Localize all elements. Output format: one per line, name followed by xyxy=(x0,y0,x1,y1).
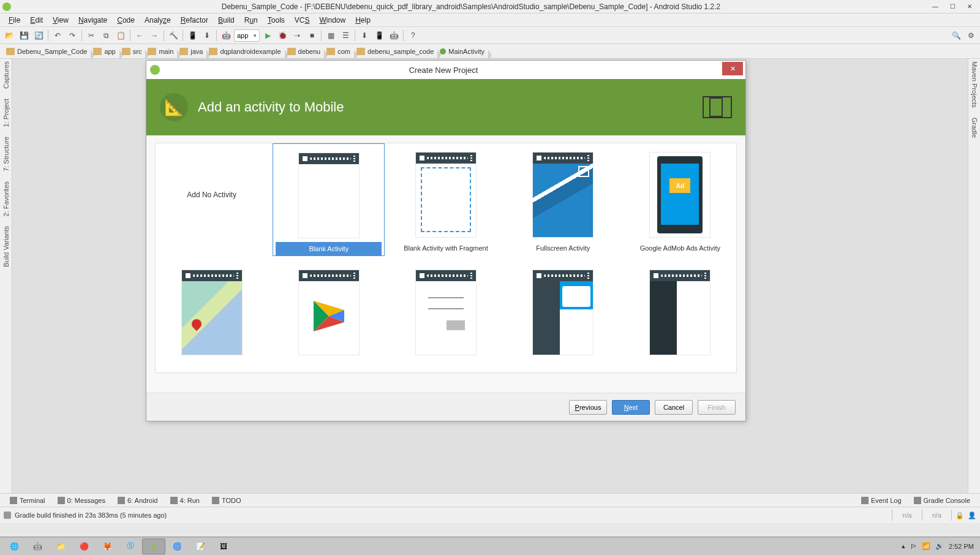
taskbar-android-studio-icon[interactable]: ◆ xyxy=(142,538,165,554)
copy-icon[interactable]: ⧉ xyxy=(99,29,113,42)
back-icon[interactable]: ← xyxy=(133,29,146,42)
structure-icon[interactable]: ☰ xyxy=(339,29,352,42)
template-blank-activity-with-fragment[interactable]: Blank Activity with Fragment xyxy=(390,143,502,256)
attach-icon[interactable]: ⇢ xyxy=(290,29,304,42)
help-icon[interactable]: ? xyxy=(406,29,420,42)
taskbar-notes-icon[interactable]: 📝 xyxy=(189,538,212,554)
tool-event-log[interactable]: Event Log xyxy=(855,497,908,504)
previous-button[interactable]: Previous xyxy=(569,400,607,415)
cut-icon[interactable]: ✂ xyxy=(85,29,98,42)
search-icon[interactable]: 🔍 xyxy=(949,29,963,42)
breadcrumb-app[interactable]: app xyxy=(91,48,119,55)
maximize-button[interactable]: ☐ xyxy=(944,1,960,12)
avd-icon[interactable]: 📱 xyxy=(186,29,199,42)
taskbar-app1-icon[interactable]: 🌀 xyxy=(165,538,189,554)
breadcrumb-java[interactable]: java xyxy=(177,48,206,55)
stop-icon[interactable]: ■ xyxy=(305,29,318,42)
right-rail-maven-projects[interactable]: Maven Projects xyxy=(971,61,978,108)
menu-file[interactable]: File xyxy=(4,15,25,26)
sdk2-icon[interactable]: ⬇ xyxy=(358,29,371,42)
monitor-icon[interactable]: 🤖 xyxy=(387,29,401,42)
menu-refactor[interactable]: Refactor xyxy=(176,15,213,26)
menu-vcs[interactable]: VCS xyxy=(290,15,315,26)
tool-todo[interactable]: TODO xyxy=(206,497,247,504)
template-fullscreen-activity[interactable]: Fullscreen Activity xyxy=(507,143,619,256)
taskbar-firefox-icon[interactable]: 🦊 xyxy=(96,538,119,554)
android-icon[interactable]: 🤖 xyxy=(219,29,233,42)
undo-icon[interactable]: ↶ xyxy=(51,29,64,42)
paste-icon[interactable]: 📋 xyxy=(114,29,127,42)
dialog-header: 📐 Add an activity to Mobile xyxy=(146,79,745,135)
minimize-button[interactable]: — xyxy=(927,1,943,12)
dialog-close-button[interactable]: ✕ xyxy=(722,62,743,75)
breadcrumb-debenu[interactable]: debenu xyxy=(285,48,325,55)
tray-time[interactable]: 2:52 PM xyxy=(949,543,974,550)
menu-window[interactable]: Window xyxy=(314,15,350,26)
template-nav[interactable] xyxy=(624,261,736,372)
open-icon[interactable]: 📂 xyxy=(2,29,16,42)
run-icon[interactable]: ▶ xyxy=(261,29,274,42)
cancel-button[interactable]: Cancel xyxy=(655,400,693,415)
breadcrumb-main[interactable]: main xyxy=(145,48,177,55)
right-rail-gradle[interactable]: Gradle xyxy=(971,118,978,138)
menu-tools[interactable]: Tools xyxy=(263,15,290,26)
sdk-icon[interactable]: ⬇ xyxy=(200,29,214,42)
redo-icon[interactable]: ↷ xyxy=(66,29,79,42)
sync-icon[interactable]: 🔄 xyxy=(32,29,45,42)
taskbar-android-icon[interactable]: 🤖 xyxy=(26,538,49,554)
left-rail-captures[interactable]: Captures xyxy=(2,61,10,89)
make-icon[interactable]: 🔨 xyxy=(167,29,180,42)
hector-icon[interactable]: 👤 xyxy=(968,512,976,519)
menu-run[interactable]: Run xyxy=(239,15,263,26)
taskbar-ie-icon[interactable]: 🌐 xyxy=(2,538,26,554)
close-button[interactable]: ✕ xyxy=(962,1,978,12)
breadcrumb-debenu_sample_code[interactable]: Debenu_Sample_Code xyxy=(4,48,91,55)
left-rail-build-variants[interactable]: Build Variants xyxy=(2,226,10,267)
template-map[interactable] xyxy=(156,261,268,372)
menu-view[interactable]: View xyxy=(48,15,74,26)
template-play[interactable] xyxy=(273,261,385,372)
tray-network-icon[interactable]: 📶 xyxy=(922,542,930,550)
next-button[interactable]: Next xyxy=(612,400,650,415)
breadcrumb-dqplandroidexample[interactable]: dqplandroidexample xyxy=(206,48,284,55)
template-login[interactable] xyxy=(390,261,502,372)
template-blank-activity[interactable]: Blank Activity xyxy=(273,143,385,256)
avd2-icon[interactable]: 📱 xyxy=(372,29,386,42)
menu-build[interactable]: Build xyxy=(213,15,239,26)
tool-6--android[interactable]: 6: Android xyxy=(111,497,164,504)
taskbar-app2-icon[interactable]: 🖼 xyxy=(212,538,235,554)
tool-terminal[interactable]: Terminal xyxy=(4,497,51,504)
taskbar-skype-icon[interactable]: Ⓢ xyxy=(119,538,142,554)
tray-volume-icon[interactable]: 🔊 xyxy=(935,542,944,550)
menu-help[interactable]: Help xyxy=(350,15,375,26)
tray-flag-icon[interactable]: 🏳 xyxy=(910,543,917,550)
debug-icon[interactable]: 🐞 xyxy=(276,29,289,42)
menu-analyze[interactable]: Analyze xyxy=(140,15,176,26)
menu-code[interactable]: Code xyxy=(112,15,140,26)
left-rail-1--project[interactable]: 1: Project xyxy=(2,99,10,127)
template-add-no-activity[interactable]: Add No Activity xyxy=(156,143,268,256)
breadcrumb-debenu_sample_code[interactable]: debenu_sample_code xyxy=(354,48,437,55)
template-google-admob-ads-activity[interactable]: AdGoogle AdMob Ads Activity xyxy=(624,143,736,256)
breadcrumb-src[interactable]: src xyxy=(119,48,146,55)
breadcrumb-mainactivity[interactable]: MainActivity xyxy=(437,48,488,55)
tool-4--run[interactable]: 4: Run xyxy=(164,497,206,504)
tool-gradle-console[interactable]: Gradle Console xyxy=(908,497,976,504)
tool-0--messages[interactable]: 0: Messages xyxy=(51,497,111,504)
left-rail-2--favorites[interactable]: 2: Favorites xyxy=(2,181,10,216)
tray-up-icon[interactable]: ▴ xyxy=(902,542,905,550)
layout-icon[interactable]: ▦ xyxy=(324,29,337,42)
left-rail-7--structure[interactable]: 7: Structure xyxy=(2,137,10,172)
create-project-dialog: Create New Project ✕ 📐 Add an activity t… xyxy=(146,60,746,421)
run-config-selector[interactable]: app xyxy=(234,29,260,42)
menu-edit[interactable]: Edit xyxy=(25,15,48,26)
menu-navigate[interactable]: Navigate xyxy=(74,15,112,26)
save-icon[interactable]: 💾 xyxy=(17,29,31,42)
filter-icon[interactable]: ⚙ xyxy=(964,29,978,42)
forward-icon[interactable]: → xyxy=(148,29,161,42)
breadcrumb-com[interactable]: com xyxy=(324,48,354,55)
template-md[interactable] xyxy=(507,261,619,372)
taskbar-explorer-icon[interactable]: 📁 xyxy=(49,538,72,554)
taskbar-chrome-icon[interactable]: 🔴 xyxy=(72,538,96,554)
lock-icon[interactable]: 🔒 xyxy=(956,512,964,519)
